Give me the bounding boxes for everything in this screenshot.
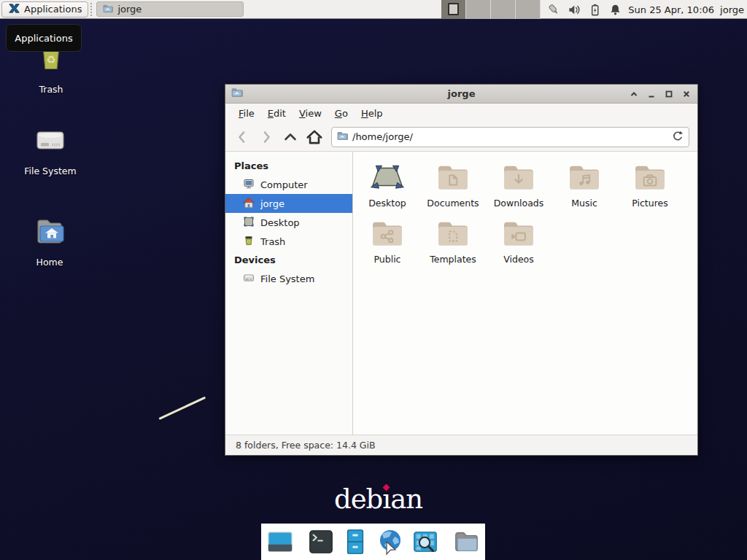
sidebar-devices-header: Devices <box>225 251 352 269</box>
panel-handle <box>90 3 94 16</box>
sidebar-item-desktop[interactable]: Desktop <box>225 213 352 232</box>
home-icon <box>243 197 255 211</box>
sidebar-item-label: Desktop <box>260 217 300 228</box>
sidebar-item-trash[interactable]: Trash <box>225 232 352 251</box>
desktop-icon-label: File System <box>24 166 77 176</box>
sidebar-item-label: jorge <box>260 198 285 209</box>
applications-menu-label: Applications <box>24 4 82 15</box>
workspace-pager[interactable] <box>441 0 541 19</box>
web-browser-icon[interactable] <box>376 527 405 556</box>
music-folder-icon <box>565 162 603 195</box>
home-button[interactable] <box>305 128 324 147</box>
file-item-label: Videos <box>503 254 534 265</box>
sidebar-item-file-system[interactable]: File System <box>225 269 352 288</box>
panel-clock[interactable]: Sun 25 Apr, 10:06 <box>628 4 714 15</box>
shade-button[interactable] <box>627 88 640 100</box>
file-item-label: Pictures <box>632 198 668 209</box>
top-panel: Applications jorge Sun 25 Apr, 10:06 jor… <box>0 0 747 19</box>
menu-view[interactable]: View <box>293 106 328 121</box>
folder-icon <box>102 3 113 16</box>
path-input[interactable]: /home/jorge/ <box>352 131 667 142</box>
status-text: 8 folders, Free space: 14.4 GiB <box>236 440 376 451</box>
workspace-window-miniature <box>448 3 459 15</box>
drive-small-icon <box>243 272 255 286</box>
file-item-public[interactable]: Public <box>355 218 420 265</box>
debian-logo-text: deb <box>334 483 382 515</box>
back-button[interactable] <box>233 128 252 147</box>
file-item-pictures[interactable]: Pictures <box>617 162 683 209</box>
menu-go[interactable]: Go <box>329 106 354 121</box>
show-desktop-icon[interactable] <box>266 527 294 556</box>
sidebar-item-jorge[interactable]: jorge <box>225 194 352 213</box>
sidebar-item-label: File System <box>260 273 314 284</box>
desktop-icon-file-system[interactable]: File System <box>17 124 84 176</box>
directory-menu-icon[interactable] <box>452 527 480 556</box>
svg-text:♻: ♻ <box>46 53 55 66</box>
stray-line-artifact <box>158 397 205 420</box>
desktop-surface-icon <box>368 162 406 195</box>
menu-file[interactable]: File <box>233 106 260 121</box>
applications-tooltip-text: Applications <box>15 33 72 44</box>
taskbar-window-label: jorge <box>117 4 142 15</box>
workspace-3[interactable] <box>491 0 516 19</box>
stylus-tool-icon[interactable] <box>546 2 561 17</box>
file-item-music[interactable]: Music <box>551 162 617 209</box>
sidebar-item-computer[interactable]: Computer <box>225 175 352 194</box>
volume-icon[interactable] <box>567 2 581 17</box>
public-folder-icon <box>368 218 406 252</box>
file-item-label: Templates <box>430 254 476 265</box>
sidebar-item-label: Computer <box>260 179 308 190</box>
minimize-button[interactable] <box>645 88 657 100</box>
file-item-desktop[interactable]: Desktop <box>355 162 420 209</box>
titlebar[interactable]: jorge <box>225 85 697 104</box>
workspace-4[interactable] <box>516 0 541 19</box>
templates-folder-icon <box>434 218 472 252</box>
sidebar-item-label: Trash <box>260 236 285 247</box>
desktop-icon-label: Home <box>36 257 63 268</box>
workspace-2[interactable] <box>466 0 491 19</box>
videos-folder-icon <box>500 218 538 252</box>
file-grid: Desktop Documents Downloads Music <box>353 152 697 435</box>
sidebar-places-header: Places <box>225 157 352 175</box>
computer-icon <box>243 178 255 192</box>
file-item-templates[interactable]: Templates <box>420 218 486 265</box>
workspace-1[interactable] <box>441 0 466 19</box>
desktop-icon <box>243 216 255 230</box>
path-bar[interactable]: /home/jorge/ <box>331 127 689 147</box>
reload-icon[interactable] <box>671 129 684 145</box>
hard-drive-icon <box>33 124 68 160</box>
battery-charging-icon[interactable] <box>587 2 602 17</box>
close-button[interactable] <box>680 88 692 100</box>
maximize-button[interactable] <box>662 88 675 100</box>
file-item-downloads[interactable]: Downloads <box>486 162 551 209</box>
file-manager-icon[interactable] <box>341 527 369 556</box>
xfce-logo-icon <box>8 2 20 17</box>
menu-edit[interactable]: Edit <box>262 106 292 121</box>
file-item-label: Documents <box>427 198 479 209</box>
notifications-bell-icon[interactable] <box>608 2 622 17</box>
menubar: File Edit View Go Help <box>225 104 697 122</box>
debian-logo: debıan <box>334 483 422 515</box>
file-item-videos[interactable]: Videos <box>486 218 551 265</box>
taskbar-window-button[interactable]: jorge <box>96 1 244 17</box>
desktop-icon-home[interactable]: Home <box>16 214 83 268</box>
forward-button[interactable] <box>257 128 276 147</box>
up-button[interactable] <box>281 128 300 147</box>
debian-logo-text: an <box>390 483 422 515</box>
application-finder-icon[interactable] <box>411 527 439 556</box>
terminal-icon[interactable] <box>307 527 335 556</box>
applications-menu-button[interactable]: Applications <box>1 1 88 18</box>
menu-help[interactable]: Help <box>355 106 389 121</box>
file-item-documents[interactable]: Documents <box>420 162 486 209</box>
panel-right-area: Sun 25 Apr, 10:06 jorge <box>441 0 744 19</box>
file-item-label: Desktop <box>368 198 406 209</box>
window-title: jorge <box>225 88 697 99</box>
pictures-folder-icon <box>631 162 669 195</box>
downloads-folder-icon <box>500 162 538 195</box>
desktop-icon-label: Trash <box>39 84 63 95</box>
home-folder-icon <box>32 214 67 252</box>
panel-user-menu[interactable]: jorge <box>720 4 744 15</box>
applications-tooltip: Applications <box>6 24 82 52</box>
file-manager-window: jorge File Edit View Go Help /home/jorge… <box>225 84 698 456</box>
debian-logo-i: ı <box>382 483 390 515</box>
